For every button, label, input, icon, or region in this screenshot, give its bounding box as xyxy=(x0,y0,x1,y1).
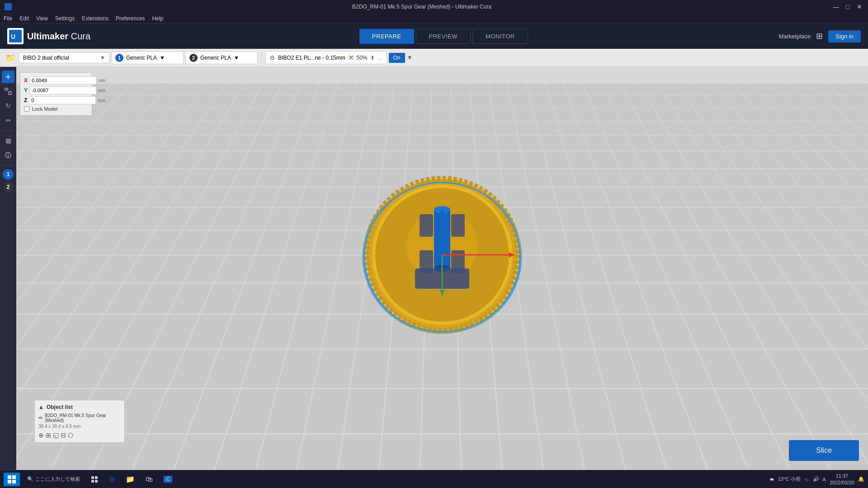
extruder2-material[interactable]: 2 Generic PLA ▼ xyxy=(185,52,258,64)
y-input[interactable] xyxy=(29,86,96,94)
object-list-title: Object list xyxy=(47,404,73,410)
z-label: Z xyxy=(24,97,27,103)
printer-selector[interactable]: BIBO 2 dual official ▼ xyxy=(19,52,109,63)
app-icon xyxy=(5,3,12,10)
left-toolbar: ✛ ↻ ⇔ ▦ 1 2 xyxy=(0,67,16,470)
object-list-item: ✏ B2DO_RM-01 Mk.5 Spur Gear (Meshed) xyxy=(38,413,121,423)
extruder2-badge: 2 xyxy=(189,54,198,62)
logo-text: Ultimaker Cura xyxy=(27,31,90,42)
menu-preferences[interactable]: Preferences xyxy=(116,15,145,22)
search-icon: 🔍 xyxy=(27,476,33,482)
search-placeholder: ここに入力して検索 xyxy=(35,476,80,483)
cura-taskbar-button[interactable]: C xyxy=(160,472,176,487)
menu-file[interactable]: File xyxy=(4,15,12,22)
printer-dropdown-arrow: ▼ xyxy=(100,55,105,61)
lock-model-checkbox[interactable] xyxy=(24,106,29,112)
x-coordinate-row: X mm xyxy=(24,76,88,84)
titlebar: B2DO_RM-01 Mk.5 Spur Gear (Meshed) - Ult… xyxy=(0,0,868,14)
topbar: U Ultimaker Cura PREPARE PREVIEW MONITOR… xyxy=(0,23,868,49)
extruder1-icon[interactable]: 1 xyxy=(3,169,14,180)
signin-button[interactable]: Sign in xyxy=(828,30,861,42)
expand-button[interactable]: ▼ xyxy=(407,54,413,61)
toolbar-separator2 xyxy=(4,165,13,165)
edit-icon[interactable]: ✏ xyxy=(38,415,43,421)
svg-rect-34 xyxy=(12,480,16,483)
tab-prepare[interactable]: PREPARE xyxy=(359,29,414,44)
move-tool-button[interactable]: ✛ xyxy=(2,70,14,83)
maximize-button[interactable]: □ xyxy=(844,3,852,11)
settings-icon: ⚙ xyxy=(269,54,275,61)
edge-browser-button[interactable]: ⊙ xyxy=(105,472,118,487)
svg-rect-3 xyxy=(9,92,11,94)
weather-temp: 13°C 小雨 xyxy=(778,476,801,483)
obj-icon-1[interactable]: ⊕ xyxy=(38,432,44,439)
3d-viewport[interactable]: X mm Y mm Z mm Lock Model xyxy=(16,67,868,470)
collapse-icon[interactable]: ▲ xyxy=(38,404,44,410)
arrange-tool-button[interactable]: ▦ xyxy=(2,134,14,147)
transform-panel: X mm Y mm Z mm Lock Model xyxy=(20,72,92,116)
obj-icon-3[interactable]: ◱ xyxy=(53,432,59,439)
on-toggle-button[interactable]: On xyxy=(389,53,405,63)
obj-icon-4[interactable]: ⊟ xyxy=(61,432,66,439)
y-coordinate-row: Y mm xyxy=(24,86,88,94)
menu-help[interactable]: Help xyxy=(152,15,164,22)
svg-rect-37 xyxy=(91,480,94,483)
gear-model[interactable] xyxy=(356,162,528,334)
lock-model-label: Lock Model xyxy=(32,106,57,112)
grid-icon-button[interactable]: ⊞ xyxy=(816,31,823,41)
marketplace-button[interactable]: Marketplace xyxy=(778,33,811,40)
x-input[interactable] xyxy=(29,76,96,84)
svg-rect-21 xyxy=(377,248,395,257)
store-button[interactable]: 🛍 xyxy=(142,472,156,487)
menu-edit[interactable]: Edit xyxy=(19,15,29,22)
profile-selector[interactable]: ⚙ BIBO2 E1 PL...ne - 0.15mm ✕ 50% ⬆ … xyxy=(265,51,387,64)
svg-rect-32 xyxy=(12,475,16,479)
ext2-dropdown-arrow: ▼ xyxy=(234,55,239,61)
profile-name: BIBO2 E1 PL...ne - 0.15mm xyxy=(278,55,345,61)
upload-icon: ⬆ xyxy=(370,55,375,61)
menu-view[interactable]: View xyxy=(36,15,48,22)
svg-rect-36 xyxy=(95,476,98,479)
quality-percent: 50% xyxy=(357,55,368,61)
z-unit: mm xyxy=(98,98,105,103)
extruder1-material[interactable]: 1 Generic PLA ▼ xyxy=(111,52,184,64)
file-explorer-button[interactable]: 📁 xyxy=(122,472,138,487)
tab-group: PREPARE PREVIEW MONITOR xyxy=(108,29,778,44)
minimize-button[interactable]: — xyxy=(832,3,840,11)
object-action-icons: ⊕ ⊞ ◱ ⊟ ⬡ xyxy=(38,432,121,439)
support-tool-button[interactable] xyxy=(2,149,14,161)
svg-rect-35 xyxy=(91,476,94,479)
taskbar: 🔍 ここに入力して検索 ⊙ 📁 🛍 C 🌧 13°C 小雨 ↑↓ 🔊 A 11:… xyxy=(0,470,868,488)
close-button[interactable]: ✕ xyxy=(855,3,863,11)
object-dimensions: 38.4 x 38.4 x 9.5 mm xyxy=(38,424,121,429)
z-input[interactable] xyxy=(29,96,96,104)
time-display: 11:37 xyxy=(830,473,854,479)
rotate-tool-button[interactable]: ↻ xyxy=(2,99,14,112)
language-icon: A xyxy=(823,477,826,482)
logo: U Ultimaker Cura xyxy=(7,28,90,44)
extruder2-icon[interactable]: 2 xyxy=(3,182,14,192)
start-button[interactable] xyxy=(4,473,20,486)
task-view-button[interactable] xyxy=(87,472,102,487)
tab-monitor[interactable]: MONITOR xyxy=(472,29,528,44)
menu-settings[interactable]: Settings xyxy=(55,15,75,22)
logo-icon: U xyxy=(7,28,24,44)
search-button[interactable]: 🔍 ここに入力して検索 xyxy=(24,472,84,487)
notification-icon[interactable]: 🔔 xyxy=(858,476,864,482)
more-icon: … xyxy=(377,55,383,61)
extruder1-material-name: Generic PLA xyxy=(126,55,157,61)
slice-button[interactable]: Slice xyxy=(789,440,859,461)
ext1-dropdown-arrow: ▼ xyxy=(160,55,165,61)
menu-extensions[interactable]: Extensions xyxy=(82,15,108,22)
obj-icon-2[interactable]: ⊞ xyxy=(46,432,51,439)
open-folder-button[interactable]: 📁 xyxy=(4,51,17,65)
mirror-tool-button[interactable]: ⇔ xyxy=(2,114,14,127)
menubar: File Edit View Settings Extensions Prefe… xyxy=(0,14,868,23)
obj-icon-5[interactable]: ⬡ xyxy=(68,432,73,439)
svg-rect-31 xyxy=(8,475,11,479)
tab-preview[interactable]: PREVIEW xyxy=(416,29,471,44)
object-name: B2DO_RM-01 Mk.5 Spur Gear (Meshed) xyxy=(45,413,121,423)
svg-rect-13 xyxy=(420,214,433,237)
svg-rect-2 xyxy=(5,88,7,90)
scale-tool-button[interactable] xyxy=(2,85,14,98)
